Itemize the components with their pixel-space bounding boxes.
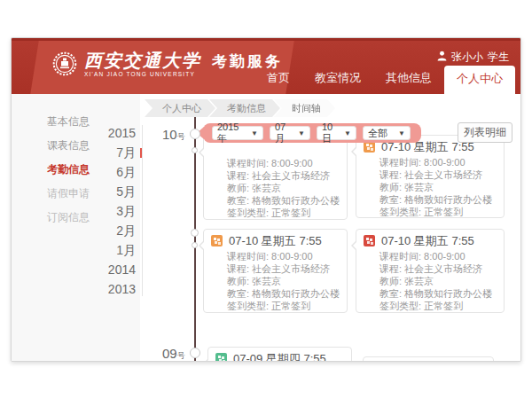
app-window: 西安交通大学 XI'AN JIAO TONG UNIVERSITY 考勤服务 张… — [11, 37, 521, 362]
selected-period-tick-icon — [140, 148, 142, 158]
period-2015[interactable]: 2015 — [93, 123, 136, 143]
day-suffix: 号 — [177, 132, 185, 141]
chevron-down-icon: ▼ — [344, 129, 351, 137]
card-title: 07-10 星期五 7:55 — [381, 233, 474, 249]
list-detail-button[interactable]: 列表明细 — [458, 122, 512, 143]
breadcrumb-timeline[interactable]: 时间轴 — [274, 99, 335, 117]
page: 西安交通大学 XI'AN JIAO TONG UNIVERSITY 考勤服务 张… — [0, 0, 532, 399]
year-select-value: 2015年 — [217, 121, 247, 145]
month-select-value: 07月 — [275, 121, 294, 145]
period-divider — [142, 125, 143, 296]
card-line: 教师: 张芸京 — [227, 275, 338, 287]
year-select[interactable]: 2015年 ▼ — [212, 126, 263, 140]
period-june[interactable]: 6月 — [93, 162, 136, 182]
day-number: 09 — [162, 346, 177, 361]
card-placeholder — [363, 356, 494, 362]
day-select[interactable]: 10日 ▼ — [317, 126, 356, 140]
nav-item-other-info[interactable]: 其他信息 — [373, 65, 444, 94]
card-line: 课程: 社会主义市场经济 — [227, 169, 338, 182]
nav-item-home[interactable]: 首页 — [254, 65, 302, 94]
nav-item-classrooms[interactable]: 教室情况 — [302, 65, 373, 94]
card-line: 教师: 张芸京 — [379, 275, 495, 287]
attendance-card[interactable]: 07-10 星期五 7:55 课程时间: 8:00-9:00 课程: 社会主义市… — [356, 229, 505, 313]
user-icon — [437, 51, 447, 64]
card-notch — [203, 358, 208, 362]
card-line: 签到类型: 正常签到 — [379, 300, 495, 312]
attendance-card[interactable]: 07-10 星期五 7:55 课程时间: 8:00-9:00 课程: 社会主义市… — [203, 229, 348, 313]
timeline-node — [190, 348, 200, 358]
app-header: 西安交通大学 XI'AN JIAO TONG UNIVERSITY 考勤服务 张… — [12, 38, 520, 94]
attendance-card[interactable]: 07-10 星期五 7:55 课程时间: 8:00-9:00 课程: 社会主义市… — [356, 135, 505, 218]
orange-stamp-icon — [211, 235, 223, 246]
card-title: 07-09 星期四 7:55 — [233, 351, 326, 363]
chevron-down-icon: ▼ — [298, 129, 305, 137]
card-line: 教师: 张芸京 — [379, 181, 495, 193]
period-february[interactable]: 2月 — [93, 221, 136, 240]
month-select[interactable]: 07月 ▼ — [270, 126, 310, 140]
card-line: 签到类型: 正常签到 — [379, 206, 495, 218]
university-name: 西安交通大学 XI'AN JIAO TONG UNIVERSITY — [84, 51, 201, 77]
card-header: 07-10 星期五 7:55 — [364, 234, 495, 247]
timeline-node — [190, 129, 200, 139]
attendance-card[interactable]: 课程时间: 8:00-9:00 课程: 社会主义市场经济 教师: 张芸京 教室:… — [203, 136, 348, 220]
timeline-node — [192, 147, 198, 153]
card-line: 教室: 格物致知行政办公楼 — [379, 287, 495, 300]
period-january[interactable]: 1月 — [93, 240, 136, 260]
card-line: 教师: 张芸京 — [227, 182, 338, 194]
day-marker-10: 10号 — [162, 127, 185, 143]
university-name-cn: 西安交通大学 — [84, 51, 201, 70]
card-line: 教室: 格物致知行政办公楼 — [227, 194, 338, 207]
card-line: 教室: 格物致知行政办公楼 — [379, 193, 495, 206]
app-body: 基本信息 课表信息 考勤信息 请假申请 订阅信息 个人中心 考勤信息 时间轴 2… — [12, 94, 520, 362]
card-notch — [351, 146, 356, 157]
university-brand: 西安交通大学 XI'AN JIAO TONG UNIVERSITY 考勤服务 — [52, 51, 283, 77]
card-notch — [351, 240, 356, 251]
day-number: 10 — [162, 127, 177, 142]
day-select-value: 10日 — [322, 121, 340, 145]
card-line: 教室: 格物致知行政办公楼 — [227, 287, 338, 300]
chevron-down-icon: ▼ — [251, 129, 258, 137]
breadcrumb: 个人中心 考勤信息 时间轴 — [145, 99, 335, 117]
timeline-node — [192, 242, 198, 248]
day-suffix: 号 — [177, 351, 185, 360]
university-name-en: XI'AN JIAO TONG UNIVERSITY — [84, 71, 201, 77]
card-line: 签到类型: 正常签到 — [227, 207, 338, 219]
attendance-card[interactable]: 07-09 星期四 7:55 — [207, 347, 352, 362]
timeline-node — [191, 229, 199, 237]
card-header: 07-09 星期四 7:55 — [215, 352, 342, 362]
card-line: 课程时间: 8:00-9:00 — [379, 156, 495, 168]
breadcrumb-personal-center[interactable]: 个人中心 — [145, 99, 215, 117]
card-notch — [199, 147, 204, 158]
university-logo-icon — [52, 51, 77, 76]
breadcrumb-attendance-info[interactable]: 考勤信息 — [209, 99, 280, 117]
card-line: 课程: 社会主义市场经济 — [379, 262, 495, 275]
card-line: 课程时间: 8:00-9:00 — [227, 157, 338, 169]
user-info[interactable]: 张小小 学生 — [437, 50, 509, 65]
period-march[interactable]: 3月 — [93, 201, 136, 221]
card-header: 07-10 星期五 7:55 — [211, 234, 338, 247]
card-notch — [199, 240, 204, 251]
period-may[interactable]: 5月 — [93, 182, 136, 201]
red-stamp-icon — [364, 235, 375, 246]
user-name: 张小小 — [451, 50, 483, 65]
period-2013[interactable]: 2013 — [93, 279, 136, 299]
user-role: 学生 — [488, 50, 509, 65]
filter-bar: 2015年 ▼ 07月 ▼ 10日 ▼ 全部 ▼ — [203, 123, 421, 143]
card-line: 课程时间: 8:00-9:00 — [227, 250, 338, 262]
type-select[interactable]: 全部 ▼ — [363, 126, 411, 140]
timeline-node — [192, 361, 198, 362]
card-line: 签到类型: 正常签到 — [227, 300, 338, 312]
card-title: 07-10 星期五 7:55 — [229, 233, 322, 249]
timeline-period-list: 2015 7月 6月 5月 3月 2月 1月 2014 2013 — [93, 123, 136, 299]
card-line: 课程: 社会主义市场经济 — [379, 168, 495, 181]
period-july-selected[interactable]: 7月 — [93, 143, 136, 162]
card-line: 课程: 社会主义市场经济 — [227, 262, 338, 275]
card-line: 课程时间: 8:00-9:00 — [379, 250, 495, 262]
green-stamp-icon — [215, 353, 227, 362]
period-2014[interactable]: 2014 — [93, 260, 136, 279]
chevron-down-icon: ▼ — [398, 129, 405, 137]
main-nav: 首页 教室情况 其他信息 个人中心 — [254, 65, 515, 94]
type-select-value: 全部 — [368, 127, 387, 140]
nav-item-personal-center[interactable]: 个人中心 — [444, 66, 515, 94]
period-label: 7月 — [116, 145, 136, 160]
